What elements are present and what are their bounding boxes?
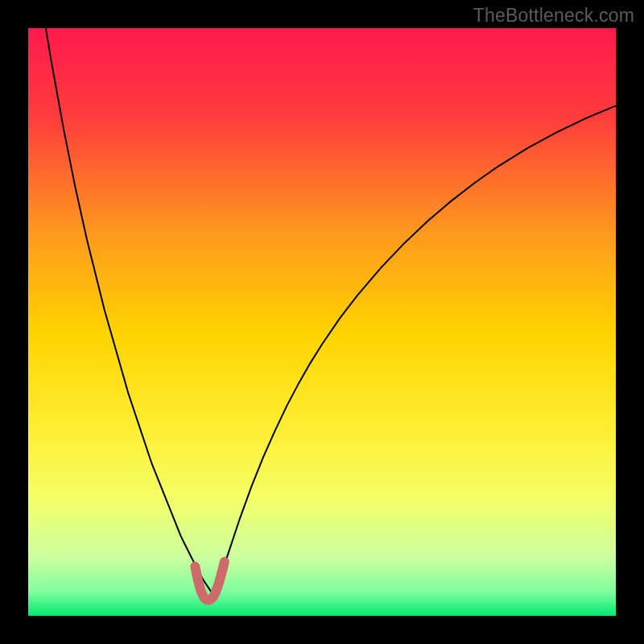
plot-area bbox=[28, 28, 616, 616]
watermark-text: TheBottleneck.com bbox=[473, 5, 634, 27]
chart-frame: TheBottleneck.com bbox=[0, 0, 644, 644]
gradient-background bbox=[28, 28, 616, 616]
chart-svg bbox=[28, 28, 616, 616]
